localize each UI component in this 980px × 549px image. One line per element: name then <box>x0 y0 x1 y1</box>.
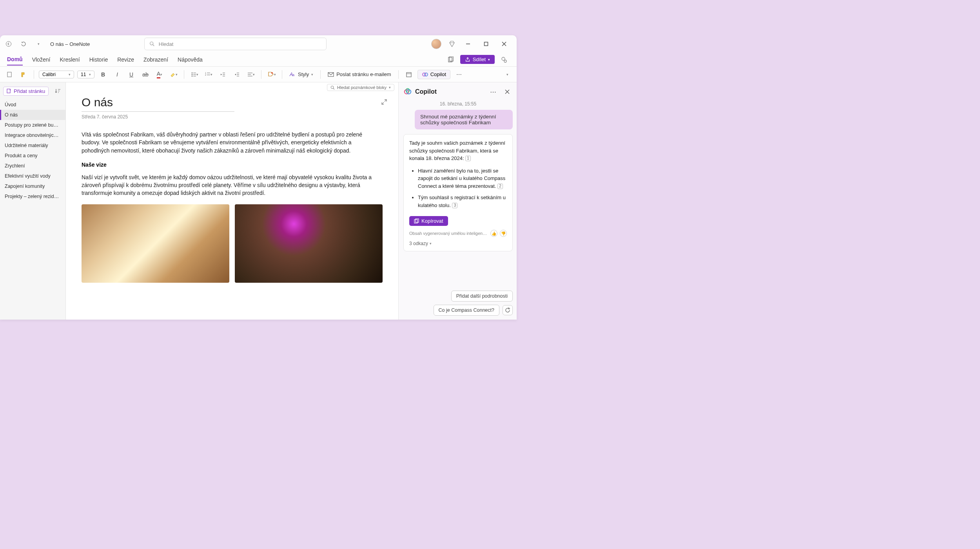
page-list-item[interactable]: Produkt a ceny <box>0 151 65 161</box>
svg-point-41 <box>331 86 333 88</box>
svg-rect-49 <box>416 219 419 222</box>
mode-switcher-icon[interactable] <box>445 54 456 65</box>
page-list-item[interactable]: Udržitelné materiály <box>0 140 65 151</box>
email-page-button[interactable]: Poslat stránku e-mailem <box>325 70 393 79</box>
tab-insert[interactable]: Vložení <box>32 54 51 65</box>
minimize-button[interactable] <box>463 38 474 49</box>
app-window: ▾ O nás – OneNote Hledat Domů Vložení Kr… <box>0 35 517 320</box>
bullets-button[interactable]: ▾ <box>189 69 200 80</box>
page-list-item[interactable]: O nás <box>0 110 65 120</box>
align-button[interactable]: ▾ <box>245 69 256 80</box>
copy-icon <box>414 218 419 224</box>
search-icon <box>330 85 335 90</box>
user-prompt-bubble: Shrnout mé poznámky z týdenní schůzky sp… <box>415 110 513 129</box>
strikethrough-button[interactable]: ab <box>140 69 151 80</box>
sort-pages-button[interactable] <box>53 86 62 96</box>
page-list-item[interactable]: Postupy pro zelené budovy <box>0 120 65 130</box>
regenerate-button[interactable] <box>503 305 513 315</box>
format-painter-button[interactable] <box>18 69 29 80</box>
page-list-item[interactable]: Efektivní využití vody <box>0 171 65 181</box>
font-color-button[interactable]: A ▾ <box>154 69 165 80</box>
highlight-button[interactable]: ▾ <box>168 69 179 80</box>
citation-3[interactable]: 3 <box>452 203 457 208</box>
numbering-button[interactable]: 12 ▾ <box>203 69 214 80</box>
undo-button[interactable] <box>18 38 29 49</box>
page-list-item[interactable]: Zapojení komunity <box>0 181 65 191</box>
ribbon-copilot-button[interactable]: Copilot <box>417 70 450 79</box>
ai-disclaimer: Obsah vygenerovaný umělou inteligencí mů… <box>409 231 488 236</box>
svg-rect-40 <box>7 89 10 93</box>
tab-review[interactable]: Revize <box>117 54 134 65</box>
underline-button[interactable]: U <box>126 69 137 80</box>
search-input[interactable]: Hledat <box>144 38 327 50</box>
search-placeholder: Hledat <box>159 41 174 47</box>
font-name-select[interactable]: Calibri▾ <box>39 71 74 78</box>
tab-draw[interactable]: Kreslení <box>60 54 80 65</box>
search-icon <box>149 41 155 47</box>
account-avatar[interactable] <box>431 39 441 49</box>
intro-paragraph[interactable]: Vítá vás společnost Fabrikam, váš důvěry… <box>82 131 372 155</box>
thumbs-down-button[interactable]: 👎 <box>500 230 507 237</box>
copy-button[interactable]: Kopírovat <box>409 216 448 226</box>
references-toggle[interactable]: 3 odkazy ▾ <box>409 241 507 246</box>
close-button[interactable] <box>499 38 510 49</box>
content-image-1[interactable] <box>82 204 229 283</box>
expand-page-button[interactable] <box>381 99 387 105</box>
add-page-button[interactable]: Přidat stránku <box>3 87 49 96</box>
summary-lead: Tady je souhrn vašich poznámek z týdenní… <box>409 139 507 162</box>
quick-access-dropdown[interactable]: ▾ <box>33 38 44 49</box>
titlebar: ▾ O nás – OneNote Hledat <box>0 35 517 53</box>
paste-button[interactable] <box>4 69 15 80</box>
copilot-header-icon[interactable] <box>499 54 510 65</box>
vision-heading[interactable]: Naše vize <box>82 162 383 168</box>
italic-button[interactable]: I <box>112 69 123 80</box>
maximize-button[interactable] <box>481 38 492 49</box>
suggestion-1[interactable]: Přidat další podrobnosti <box>451 291 513 302</box>
svg-text:a: a <box>292 73 294 77</box>
add-page-icon <box>7 89 11 93</box>
page-list-item[interactable]: Úvod <box>0 100 65 110</box>
copilot-close-button[interactable] <box>502 86 513 97</box>
ribbon-collapse-button[interactable]: ▾ <box>502 69 513 80</box>
more-commands-button[interactable]: ⋯ <box>454 69 465 80</box>
outdent-button[interactable] <box>217 69 228 80</box>
citation-1[interactable]: 1 <box>465 156 471 161</box>
tab-view[interactable]: Zobrazení <box>143 54 168 65</box>
content-image-2[interactable] <box>235 204 383 283</box>
copilot-more-button[interactable]: ⋯ <box>488 86 499 97</box>
copilot-logo-icon <box>403 87 412 96</box>
svg-rect-5 <box>485 42 488 46</box>
svg-point-32 <box>271 72 273 74</box>
tab-help[interactable]: Nápověda <box>178 54 203 65</box>
tab-home[interactable]: Domů <box>7 54 23 65</box>
page-canvas[interactable]: Hledat poznámkové bloky ▾ O nás Středa 7… <box>66 82 398 320</box>
svg-point-0 <box>6 42 11 47</box>
suggestion-2[interactable]: Co je Compass Connect? <box>434 305 499 316</box>
svg-point-10 <box>502 57 505 60</box>
copilot-response-card: Tady je souhrn vašich poznámek z týdenní… <box>403 134 513 251</box>
share-button[interactable]: Sdílet ▾ <box>460 55 495 64</box>
svg-point-17 <box>191 75 192 76</box>
tag-button[interactable]: ▾ <box>266 69 277 80</box>
bold-button[interactable]: B <box>98 69 109 80</box>
page-title[interactable]: O nás <box>82 96 383 109</box>
citation-2[interactable]: 2 <box>497 184 503 189</box>
thumbs-up-button[interactable]: 👍 <box>490 230 497 237</box>
ribbon-tabs: Domů Vložení Kreslení Historie Revize Zo… <box>0 53 517 67</box>
indent-button[interactable] <box>231 69 242 80</box>
page-list-item[interactable]: Projekty – zelený reziden… <box>0 191 65 202</box>
meeting-button[interactable] <box>403 69 414 80</box>
search-notebooks-input[interactable]: Hledat poznámkové bloky ▾ <box>327 84 394 91</box>
vision-paragraph[interactable]: Naší vizí je vytvořit svět, ve kterém je… <box>82 173 372 197</box>
styles-button[interactable]: Aa Styly ▾ <box>287 70 316 79</box>
page-list-item[interactable]: Integrace obnovitelných… <box>0 130 65 140</box>
back-button[interactable] <box>3 38 14 49</box>
title-underline <box>82 111 234 112</box>
page-list-item[interactable]: Zrychlení <box>0 161 65 171</box>
svg-point-1 <box>150 42 153 45</box>
font-size-select[interactable]: 11▾ <box>77 71 94 78</box>
svg-point-13 <box>191 72 192 73</box>
svg-text:2: 2 <box>205 74 206 76</box>
diamond-icon[interactable] <box>448 40 456 47</box>
tab-history[interactable]: Historie <box>89 54 108 65</box>
